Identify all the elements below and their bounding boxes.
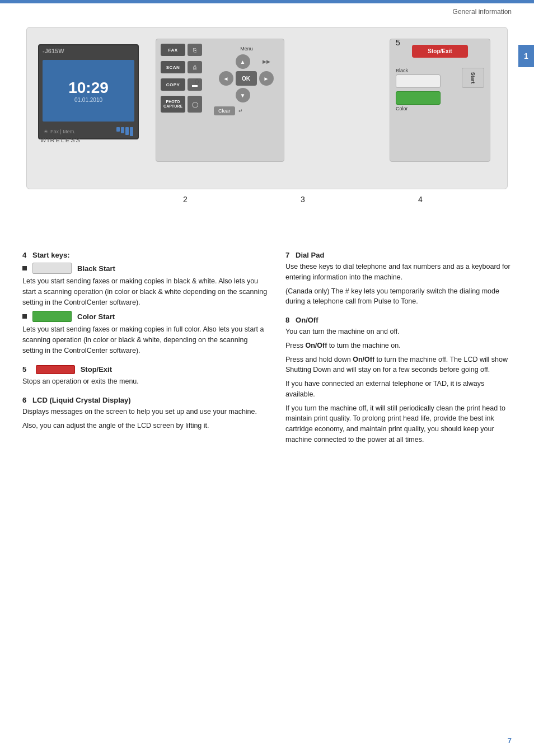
stop-exit-btn[interactable]: Stop/Exit [412, 45, 468, 58]
section-5-title: Stop/Exit [81, 365, 112, 374]
onoff-desc5: If you turn the machine off, it will sti… [285, 403, 512, 445]
scan-label: SCAN [166, 65, 180, 70]
header: General information [0, 3, 534, 16]
label-4: 4 [418, 195, 423, 204]
section-4-title: Start keys: [32, 251, 69, 259]
copy-label-box: COPY [161, 78, 185, 91]
green-square-icon [22, 314, 27, 319]
section-8-title: On/Off [296, 316, 318, 324]
color-start-key[interactable] [396, 91, 441, 105]
copy-label: COPY [166, 82, 180, 87]
nav-ok-btn[interactable]: OK [236, 71, 257, 86]
lcd-date: 01.01.2010 [74, 97, 102, 103]
nav-right-btn[interactable]: ► [259, 71, 274, 86]
section-8-body: You can turn the machine on and off. Pre… [285, 326, 512, 445]
diagram-section: -J615W 10:29 01.01.2010 ☀ Fax | Mem. WIR… [0, 16, 534, 189]
section-5: 5 Stop/Exit Stops an operation or exits … [22, 365, 269, 387]
section-5-number: 5 [22, 365, 26, 374]
section-7-header: 7 Dial Pad [285, 251, 512, 259]
printer-model-label: -J615W [39, 45, 138, 57]
left-column: 4 Start keys: Black Start Lets you start… [22, 251, 269, 454]
color-start-key-group: Color [396, 91, 441, 111]
lcd-inner: 10:29 01.01.2010 [43, 60, 134, 122]
black-start-desc: Lets you start sending faxes or making c… [22, 276, 269, 307]
start-section: Black Start Color [396, 68, 484, 111]
label-2: 2 [183, 195, 188, 204]
bar3 [125, 127, 129, 135]
stop-exit-desc: Stops an operation or exits the menu. [22, 376, 269, 387]
nav-empty3 [259, 88, 274, 102]
bar4 [130, 127, 133, 136]
label-3: 3 [301, 195, 305, 204]
label-5: 5 [396, 38, 400, 47]
section-6-title: LCD (Liquid Crystal Display) [32, 396, 131, 404]
speaker-icon: 〈〉 [195, 78, 199, 85]
header-title: General information [453, 8, 512, 16]
section-7: 7 Dial Pad Use these keys to dial teleph… [285, 251, 512, 307]
wifi-icon: ☀ [44, 129, 48, 134]
nav-down-btn[interactable]: ▼ [236, 88, 250, 102]
section-6-number: 6 [22, 396, 26, 404]
onoff-desc4: If you have connected an external teleph… [285, 379, 512, 400]
section-7-title: Dial Pad [296, 251, 324, 259]
lcd-desc1: Displays messages on the screen to help … [22, 407, 269, 417]
section-4-number: 4 [22, 251, 26, 259]
black-square-icon [22, 266, 27, 270]
nav-up-btn[interactable]: ▲ [236, 54, 250, 69]
black-start-label: Black Start [77, 264, 115, 273]
photo-label-box: PHOTO CAPTURE [161, 96, 185, 113]
start-btn[interactable]: Start [462, 68, 484, 88]
clear-area: Clear ↵ [214, 106, 279, 115]
scan-icon-box[interactable]: ⎙ [188, 61, 202, 73]
lcd-bars [116, 127, 133, 136]
onoff-desc2: Press On/Off to turn the machine on. [285, 340, 512, 351]
capture-label: CAPTURE [163, 104, 182, 109]
black-start-icon-row: Black Start [22, 263, 269, 274]
bar1 [116, 127, 120, 132]
section-6-body: Displays messages on the screen to help … [22, 407, 269, 431]
fax-icon-box[interactable]: ⎘ [188, 44, 202, 56]
nav-speaker-right: ▶▶ [259, 54, 274, 69]
section-8: 8 On/Off You can turn the machine on and… [285, 316, 512, 445]
photo-icon-box[interactable]: ◯ [188, 96, 202, 113]
right-column: 7 Dial Pad Use these keys to dial teleph… [285, 251, 512, 454]
color-start-desc: Lets you start sending faxes or making c… [22, 324, 269, 356]
lcd-time: 10:29 [68, 79, 109, 97]
section-7-number: 7 [285, 251, 289, 259]
start-label: Start [470, 72, 476, 84]
nav-cross: ▲ ▶▶ ◄ OK ► ▼ [214, 54, 279, 103]
lcd-status-text: Fax | Mem. [50, 129, 76, 134]
nav-empty2 [219, 88, 233, 102]
black-label-text: Black [396, 68, 441, 73]
dial-desc2: (Canada only) The # key lets you tempora… [285, 286, 512, 307]
nav-left-btn[interactable]: ◄ [219, 71, 233, 86]
dial-desc1: Use these keys to dial telephone and fax… [285, 262, 512, 283]
clear-btn[interactable]: Clear [214, 106, 235, 115]
right-panel: Stop/Exit Black Start Color [390, 39, 490, 162]
color-start-icon-row: Color Start [22, 311, 269, 322]
section-4-color-desc: Lets you start sending faxes or making c… [22, 324, 269, 356]
black-start-key-group: Black [396, 68, 441, 88]
scan-mode-row: SCAN ⎙ [161, 61, 208, 73]
scan-icon: ⎙ [193, 64, 196, 71]
black-start-key[interactable] [396, 74, 441, 88]
section-5-desc: Stops an operation or exits the menu. [22, 376, 269, 387]
lcd-desc2: Also, you can adjust the angle of the LC… [22, 421, 269, 431]
fax-icon: ⎘ [193, 47, 196, 53]
section-6: 6 LCD (Liquid Crystal Display) Displays … [22, 396, 269, 431]
menu-label: Menu [214, 46, 279, 52]
lcd-panel: -J615W 10:29 01.01.2010 ☀ Fax | Mem. [38, 44, 139, 139]
fax-label: FAX [168, 48, 177, 53]
onoff-desc3: Press and hold down On/Off to turn the m… [285, 354, 512, 376]
section-5-header: 5 Stop/Exit [22, 365, 269, 375]
onoff-desc1: You can turn the machine on and off. [285, 326, 512, 337]
copy-mode-row: COPY ▬ [161, 78, 208, 91]
control-panel: FAX ⎘ SCAN ⎙ COPY ▬ PHOTO CAPTURE ◯ [156, 39, 284, 162]
photo-mode-row: PHOTO CAPTURE ◯ [161, 96, 208, 113]
color-start-row: Color [396, 91, 484, 111]
back-icon: ↵ [238, 108, 243, 114]
page-number: 7 [508, 736, 512, 745]
diagram-labels: 2 3 4 5 [26, 189, 508, 217]
color-label-text: Color [396, 106, 441, 111]
wireless-label: WIRELESS [40, 137, 81, 143]
